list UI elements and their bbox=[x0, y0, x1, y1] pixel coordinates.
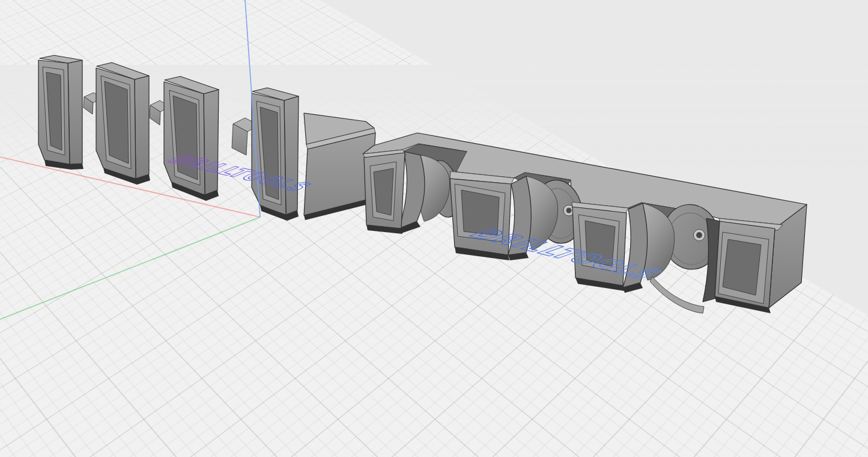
bar-boss-3 bbox=[572, 202, 628, 291]
bore-hole-1 bbox=[566, 208, 572, 213]
post-2-side-face bbox=[135, 76, 149, 179]
cradle-3 bbox=[623, 201, 723, 313]
end-cap-pocket bbox=[374, 168, 393, 215]
scene-layer: DRILLTOOLS DRILLTOOLS bbox=[0, 0, 868, 457]
post-1-side-face bbox=[68, 60, 82, 164]
post-3-side-face bbox=[204, 90, 219, 195]
bore-hole-2 bbox=[696, 232, 702, 238]
post-4-side-face bbox=[284, 96, 299, 215]
left-model-post-2 bbox=[96, 63, 150, 185]
left-model-post-1 bbox=[38, 55, 83, 170]
left-model-post-3 bbox=[164, 76, 219, 201]
right-model-tool-holder-bar[interactable] bbox=[363, 133, 807, 313]
cad-app: { "viewport": { "type": "3d-cad-viewport… bbox=[0, 0, 868, 457]
cradle-3-front-lip bbox=[650, 277, 704, 313]
y-axis-line bbox=[0, 217, 260, 319]
boss-4-pocket bbox=[723, 239, 761, 295]
left-model-slot-comb-bracket[interactable] bbox=[38, 55, 375, 221]
bar-left-end-cap bbox=[363, 150, 406, 234]
cad-viewport[interactable]: DRILLTOOLS DRILLTOOLS bbox=[0, 0, 868, 457]
